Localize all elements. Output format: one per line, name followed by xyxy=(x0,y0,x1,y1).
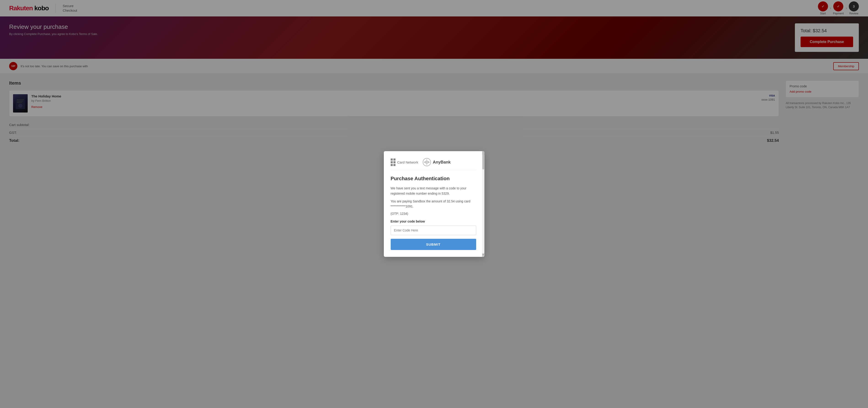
modal-description-2: You are paying Sandbox the amount of 32.… xyxy=(391,199,476,209)
enter-code-label: Enter your code below xyxy=(391,220,476,223)
modal-body: Card Network AnyBank Purchase Authentica… xyxy=(384,151,485,257)
card-network-grid-icon xyxy=(391,158,396,166)
anybank-logo: AnyBank xyxy=(423,158,451,166)
cn-dot-6 xyxy=(394,164,396,166)
cn-dot-1 xyxy=(391,158,393,161)
cn-dot-4 xyxy=(394,161,396,163)
cn-dot-2 xyxy=(394,158,396,161)
scrollbar-thumb[interactable] xyxy=(482,151,484,170)
anybank-icon-svg xyxy=(423,158,431,166)
cn-dot-3 xyxy=(391,161,393,163)
submit-button[interactable]: SUBMIT xyxy=(391,239,476,250)
scrollbar-track: ▲ ▼ xyxy=(482,151,485,257)
modal-description-1: We have sent you a text message with a c… xyxy=(391,186,476,196)
scrollbar-arrow-down[interactable]: ▼ xyxy=(482,253,485,257)
modal-title: Purchase Authentication xyxy=(391,176,476,182)
card-network-text: Card Network xyxy=(397,160,418,164)
anybank-label: AnyBank xyxy=(433,160,451,165)
authentication-modal: ▲ ▼ Card Network xyxy=(384,151,485,257)
card-network-logo: Card Network xyxy=(391,158,418,166)
code-input[interactable] xyxy=(391,226,476,235)
modal-logos: Card Network AnyBank xyxy=(391,158,476,170)
modal-overlay: ▲ ▼ Card Network xyxy=(0,0,868,408)
modal-otp: (OTP: 1234) xyxy=(391,212,476,215)
cn-dot-5 xyxy=(391,164,393,166)
